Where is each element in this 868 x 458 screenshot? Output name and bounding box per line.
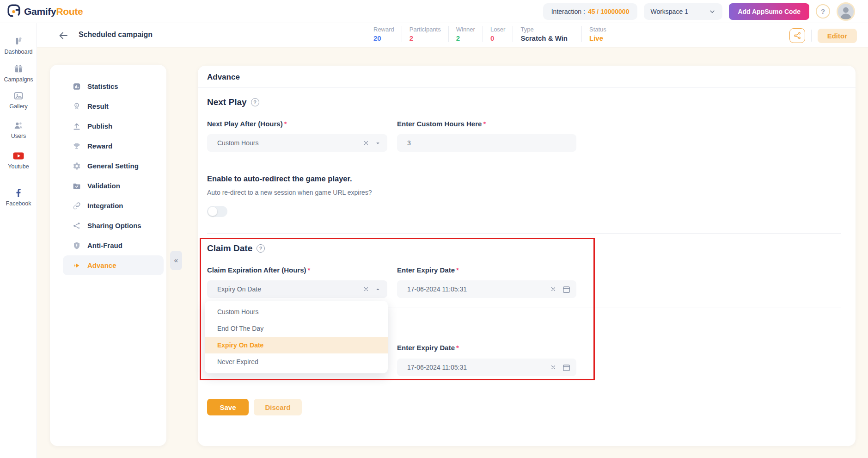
- custom-hours-label: Enter Custom Hours Here*: [397, 120, 486, 128]
- clear-icon[interactable]: [363, 140, 369, 146]
- share-icon: [73, 222, 81, 230]
- editor-button[interactable]: Editor: [818, 29, 857, 43]
- campaign-sidebar: Statistics Result Publish Reward: [50, 65, 166, 446]
- stat-type: Type Scratch & Win: [513, 26, 575, 42]
- nav-item-campaigns[interactable]: Campaigns: [0, 64, 37, 83]
- dashboard-icon: [13, 36, 24, 46]
- nav-item-users[interactable]: Users: [0, 120, 37, 139]
- campaign-header: Scheduled campaign Reward 20 Participant…: [37, 23, 868, 47]
- advance-settings-card: Advance Next Play ? Next Play After (Hou…: [198, 66, 856, 446]
- calendar-icon[interactable]: [562, 285, 571, 294]
- shield-icon: [73, 241, 81, 250]
- brand-name: GamifyRoute: [24, 6, 83, 17]
- stat-loser: Loser 0: [483, 26, 513, 42]
- back-arrow-icon[interactable]: [58, 30, 69, 41]
- page-title: Scheduled campaign: [79, 31, 153, 39]
- claim-expiration-label: Claim Expiration After (Hours)*: [207, 266, 310, 274]
- next-play-after-value: Custom Hours: [217, 139, 258, 147]
- advance-icon: [73, 261, 81, 270]
- auto-redirect-subtext: Auto re-direct to a new session when gam…: [207, 189, 372, 196]
- gift-icon: [13, 64, 24, 74]
- help-circle-icon[interactable]: ?: [251, 98, 259, 106]
- nav-item-youtube[interactable]: Youtube: [0, 151, 37, 170]
- clear-icon[interactable]: [363, 286, 369, 292]
- link-icon: [73, 202, 81, 210]
- clear-icon[interactable]: [550, 364, 556, 371]
- campaign-stats: Reward 20 Participants 2 Winner 2 Loser …: [373, 26, 614, 42]
- dropdown-option-never-expired[interactable]: Never Expired: [205, 353, 388, 370]
- share-button[interactable]: [789, 28, 805, 43]
- facebook-icon: [13, 187, 24, 198]
- interaction-counter: Interaction : 45 / 10000000: [543, 3, 638, 20]
- nav-item-gallery[interactable]: Gallery: [0, 91, 37, 110]
- section-divider: [207, 233, 841, 234]
- calendar-icon[interactable]: [562, 363, 571, 372]
- brand-logo[interactable]: GamifyRoute: [7, 4, 83, 19]
- app-nav-rail: Dashboard Campaigns Gallery: [0, 23, 37, 458]
- sidebar-item-general-setting[interactable]: General Setting: [50, 156, 166, 176]
- stat-participants: Participants 2: [402, 26, 448, 42]
- share-nodes-icon: [793, 31, 801, 40]
- expiry-date-label-1: Enter Expiry Date*: [397, 266, 459, 274]
- discard-button[interactable]: Discard: [254, 399, 302, 415]
- help-glyph: ?: [821, 7, 825, 15]
- stat-status: Status Live: [581, 26, 614, 42]
- folder-check-icon: [73, 182, 81, 190]
- caret-up-icon[interactable]: [375, 286, 381, 292]
- dropdown-option-custom-hours[interactable]: Custom Hours: [205, 303, 388, 320]
- youtube-icon: [12, 151, 24, 161]
- expiry-date-field-1: [397, 280, 576, 298]
- claim-expiration-value: Expiry On Date: [217, 285, 261, 293]
- caret-down-icon[interactable]: [375, 140, 381, 146]
- nav-item-facebook[interactable]: Facebook: [0, 187, 37, 207]
- help-icon[interactable]: ?: [816, 4, 830, 19]
- gallery-icon: [13, 91, 24, 101]
- next-play-after-label: Next Play After (Hours)*: [207, 120, 287, 128]
- save-button[interactable]: Save: [207, 399, 249, 415]
- card-title: Advance: [198, 66, 856, 88]
- trophy-icon: [73, 142, 81, 150]
- toggle-knob: [208, 207, 217, 216]
- sidebar-item-sharing-options[interactable]: Sharing Options: [50, 216, 166, 235]
- top-app-bar: GamifyRoute Interaction : 45 / 10000000 …: [0, 0, 868, 23]
- workspace-selected-value: Workspace 1: [650, 8, 688, 15]
- sidebar-item-anti-fraud[interactable]: Anti-Fraud: [50, 235, 166, 255]
- sidebar-item-validation[interactable]: Validation: [50, 176, 166, 196]
- clear-icon[interactable]: [550, 286, 556, 292]
- sidebar-item-advance[interactable]: Advance: [63, 255, 164, 275]
- dropdown-option-end-of-the-day[interactable]: End Of The Day: [205, 320, 388, 337]
- custom-hours-input[interactable]: [407, 139, 571, 147]
- avatar[interactable]: [837, 2, 855, 21]
- dropdown-option-expiry-on-date[interactable]: Expiry On Date: [205, 337, 388, 353]
- workspace-select[interactable]: Workspace 1: [644, 3, 722, 20]
- next-play-heading: Next Play ?: [207, 97, 259, 107]
- auto-redirect-toggle[interactable]: [207, 206, 227, 217]
- stat-reward: Reward 20: [373, 26, 402, 42]
- sidebar-item-integration[interactable]: Integration: [50, 196, 166, 216]
- app-root: GamifyRoute Interaction : 45 / 10000000 …: [0, 0, 868, 458]
- next-play-after-select[interactable]: Custom Hours: [207, 134, 387, 152]
- expiry-date-field-2: [397, 359, 576, 376]
- chevron-down-icon: [709, 8, 716, 15]
- medal-icon: [73, 102, 81, 111]
- claim-expiration-dropdown: Custom Hours End Of The Day Expiry On Da…: [205, 301, 388, 373]
- claim-date-heading: Claim Date ?: [207, 243, 265, 254]
- sidebar-item-result[interactable]: Result: [50, 96, 166, 116]
- stat-winner: Winner 2: [448, 26, 483, 42]
- divider: [811, 30, 812, 42]
- sidebar-collapse-button[interactable]: «: [170, 251, 182, 270]
- sidebar-item-reward[interactable]: Reward: [50, 136, 166, 156]
- sidebar-item-statistics[interactable]: Statistics: [50, 76, 166, 96]
- nav-item-dashboard[interactable]: Dashboard: [0, 36, 37, 55]
- upload-icon: [73, 122, 81, 130]
- expiry-date-label-2: Enter Expiry Date*: [397, 344, 459, 352]
- add-appsumo-code-button[interactable]: Add AppSumo Code: [729, 3, 809, 20]
- expiry-date-input-2[interactable]: [407, 364, 550, 371]
- help-circle-icon[interactable]: ?: [257, 244, 265, 253]
- sidebar-item-publish[interactable]: Publish: [50, 116, 166, 136]
- statistics-icon: [73, 82, 81, 91]
- expiry-date-input-1[interactable]: [407, 285, 550, 293]
- interaction-label: Interaction :: [551, 8, 585, 15]
- claim-expiration-select[interactable]: Expiry On Date: [207, 280, 387, 298]
- gear-icon: [73, 162, 81, 170]
